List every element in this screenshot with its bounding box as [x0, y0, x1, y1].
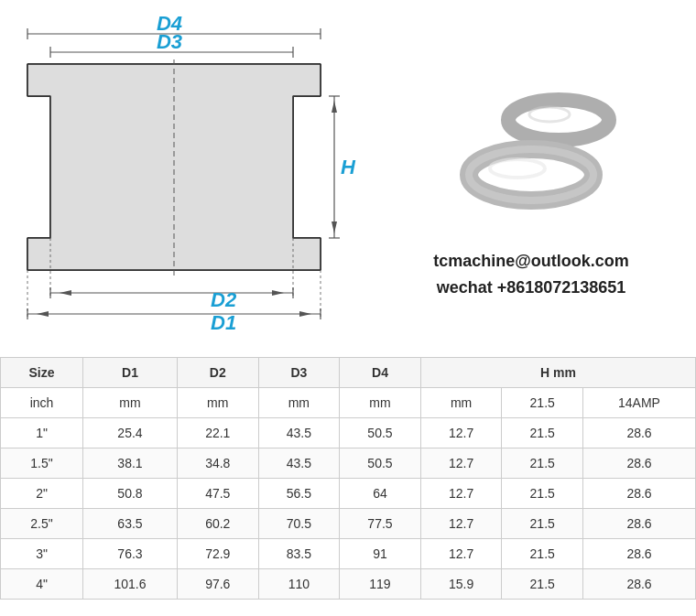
table-cell: 28.6 [583, 418, 696, 448]
table-cell: 76.3 [83, 539, 178, 569]
table-cell: 50.8 [83, 479, 178, 509]
table-cell: 21.5 [502, 448, 583, 479]
table-section: Size D1 D2 D3 D4 H mm inch mm mm mm mm m… [0, 357, 696, 600]
table-cell: 1" [1, 418, 83, 448]
contact-info: tcmachine@outlook.com wechat +8618072138… [433, 248, 629, 301]
table-cell: 50.5 [340, 418, 421, 448]
col-d4: D4 [340, 358, 421, 388]
table-cell: 34.8 [177, 448, 258, 479]
table-cell: 63.5 [83, 509, 178, 539]
table-cell: 12.7 [420, 479, 502, 509]
diagram-area: D4 D3 [0, 9, 366, 357]
table-cell: 64 [340, 479, 421, 509]
col-d1: D1 [83, 358, 178, 388]
table-cell: 47.5 [177, 479, 258, 509]
sub-d1: mm [83, 388, 178, 418]
table-cell: 22.1 [177, 418, 258, 448]
d3-label: D3 [157, 30, 182, 53]
wechat-text: wechat +8618072138651 [433, 275, 629, 301]
table-cell: 72.9 [177, 539, 258, 569]
table-cell: 21.5 [502, 479, 583, 509]
table-cell: 101.6 [83, 569, 178, 600]
table-cell: 12.7 [420, 539, 502, 569]
svg-marker-23 [332, 101, 337, 113]
sub-d4: mm [340, 388, 421, 418]
top-section: D4 D3 [0, 0, 696, 357]
d2-label-diagram: D2 [211, 288, 237, 311]
table-cell: 77.5 [340, 509, 421, 539]
col-d2: D2 [177, 358, 258, 388]
right-area: tcmachine@outlook.com wechat +8618072138… [366, 9, 696, 357]
table-row: 1.5"38.134.843.550.512.721.528.6 [1, 448, 696, 479]
h-label: H [341, 156, 356, 178]
svg-point-43 [529, 107, 570, 122]
table-cell: 28.6 [583, 509, 696, 539]
col-size: Size [1, 358, 83, 388]
table-cell: 38.1 [83, 448, 178, 479]
email-text: tcmachine@outlook.com [433, 248, 629, 275]
table-body: 1"25.422.143.550.512.721.528.61.5"38.134… [1, 418, 696, 600]
table-cell: 12.7 [420, 418, 502, 448]
table-cell: 60.2 [177, 509, 258, 539]
table-cell: 12.7 [420, 509, 502, 539]
svg-marker-28 [60, 290, 71, 296]
col-hmm: H mm [420, 358, 695, 388]
specs-table: Size D1 D2 D3 D4 H mm inch mm mm mm mm m… [0, 357, 696, 600]
table-cell: 21.5 [502, 418, 583, 448]
table-subheader-row: inch mm mm mm mm mm 21.5 14AMP [1, 388, 696, 418]
table-cell: 2" [1, 479, 83, 509]
table-cell: 83.5 [258, 539, 340, 569]
table-cell: 4" [1, 569, 83, 600]
table-cell: 43.5 [258, 418, 340, 448]
table-cell: 50.5 [340, 448, 421, 479]
svg-marker-29 [272, 290, 284, 296]
sub-mm: mm [420, 388, 502, 418]
table-cell: 3" [1, 539, 83, 569]
table-cell: 97.6 [177, 569, 258, 600]
table-cell: 2.5" [1, 509, 83, 539]
table-cell: 28.6 [583, 479, 696, 509]
table-cell: 21.5 [502, 509, 583, 539]
svg-marker-34 [299, 311, 311, 317]
table-cell: 43.5 [258, 448, 340, 479]
col-d3: D3 [258, 358, 340, 388]
table-cell: 21.5 [502, 539, 583, 569]
table-cell: 21.5 [502, 569, 583, 600]
table-cell: 28.6 [583, 448, 696, 479]
svg-marker-24 [332, 222, 337, 233]
svg-marker-18 [27, 64, 321, 270]
table-row: 3"76.372.983.59112.721.528.6 [1, 539, 696, 569]
svg-marker-33 [37, 311, 49, 317]
table-row: 4"101.697.611011915.921.528.6 [1, 569, 696, 600]
table-row: 1"25.422.143.550.512.721.528.6 [1, 418, 696, 448]
sub-d2: mm [177, 388, 258, 418]
table-cell: 110 [258, 569, 340, 600]
sub-14amp: 14AMP [583, 388, 696, 418]
table-cell: 28.6 [583, 539, 696, 569]
sub-21-5: 21.5 [502, 388, 583, 418]
table-header-row: Size D1 D2 D3 D4 H mm [1, 358, 696, 388]
table-cell: 70.5 [258, 509, 340, 539]
table-cell: 119 [340, 569, 421, 600]
table-cell: 12.7 [420, 448, 502, 479]
table-cell: 56.5 [258, 479, 340, 509]
d1-label-diagram: D1 [211, 311, 236, 334]
table-row: 2"50.847.556.56412.721.528.6 [1, 479, 696, 509]
svg-point-42 [490, 159, 545, 178]
sub-d3: mm [258, 388, 340, 418]
table-cell: 15.9 [420, 569, 502, 600]
table-row: 2.5"63.560.270.577.512.721.528.6 [1, 509, 696, 539]
product-image [440, 65, 623, 230]
table-cell: 28.6 [583, 569, 696, 600]
sub-inch: inch [1, 388, 83, 418]
table-cell: 25.4 [83, 418, 178, 448]
table-cell: 91 [340, 539, 421, 569]
table-cell: 1.5" [1, 448, 83, 479]
